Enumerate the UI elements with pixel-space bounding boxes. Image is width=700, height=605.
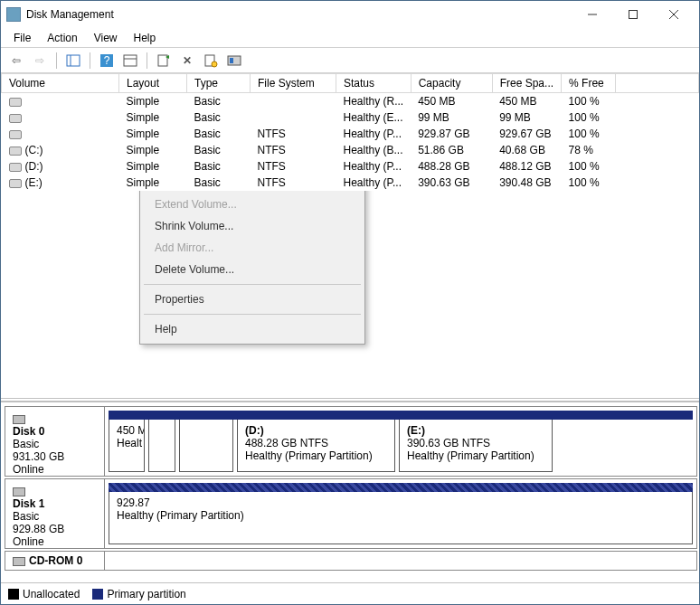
context-menu-item[interactable]: Shrink Volume... xyxy=(142,215,363,237)
context-menu-item[interactable]: Delete Volume... xyxy=(142,259,363,280)
volume-icon xyxy=(9,114,22,123)
delete-icon[interactable]: ✕ xyxy=(177,51,197,71)
maximize-button[interactable] xyxy=(612,2,653,27)
disk-status: Online xyxy=(13,463,44,476)
forward-button[interactable]: ⇨ xyxy=(30,51,50,71)
show-hide-tree-button[interactable] xyxy=(63,51,83,71)
partition-size: 450 M xyxy=(117,424,145,437)
disk-status: Online xyxy=(13,535,44,548)
legend: Unallocated Primary partition xyxy=(1,582,699,604)
col-free[interactable]: Free Spa... xyxy=(492,74,561,93)
volume-row[interactable]: (D:) SimpleBasicNTFS Healthy (P...488.28… xyxy=(2,158,699,175)
minimize-button[interactable] xyxy=(572,2,612,27)
legend-primary: Primary partition xyxy=(92,588,185,600)
action-icon[interactable] xyxy=(224,51,244,71)
partition[interactable]: 929.87 Healthy (Primary Partition) xyxy=(109,483,693,544)
disk-row: Disk 0 Basic 931.30 GB Online 450 M Heal… xyxy=(5,406,697,477)
window-title: Disk Management xyxy=(26,8,572,21)
graphical-view: Disk 0 Basic 931.30 GB Online 450 M Heal… xyxy=(1,402,699,582)
disk-row: Disk 1 Basic 929.88 GB Online 929.87 Hea… xyxy=(5,478,697,549)
cdrom-icon xyxy=(13,557,25,566)
help-icon[interactable]: ? xyxy=(97,51,117,71)
disk-icon xyxy=(13,487,25,496)
close-button[interactable] xyxy=(653,2,694,27)
svg-rect-8 xyxy=(124,55,137,66)
svg-point-12 xyxy=(212,61,217,67)
volume-icon xyxy=(9,130,22,139)
disk-icon xyxy=(13,415,25,424)
svg-text:?: ? xyxy=(104,54,110,67)
partition-status: Healt xyxy=(117,437,142,449)
partition-status: Healthy (Primary Partition) xyxy=(117,509,244,522)
disk-name: Disk 1 xyxy=(13,497,97,510)
partition[interactable] xyxy=(179,411,233,472)
volume-row[interactable]: SimpleBasicNTFS Healthy (P...929.87 GB92… xyxy=(2,126,699,142)
partition[interactable]: (E:) 390.63 GB NTFS Healthy (Primary Par… xyxy=(399,411,553,472)
col-pctfree[interactable]: % Free xyxy=(562,74,616,93)
partition-size: 929.87 xyxy=(117,496,150,509)
back-button[interactable]: ⇦ xyxy=(6,51,26,71)
col-layout[interactable]: Layout xyxy=(119,74,187,93)
volume-row[interactable]: SimpleBasic Healthy (E...99 MB99 MB100 % xyxy=(2,109,699,126)
volume-row[interactable]: SimpleBasic Healthy (R...450 MB450 MB100… xyxy=(2,93,699,110)
menu-view[interactable]: View xyxy=(87,30,125,46)
context-menu: OpenExploreMark Partition as ActiveChang… xyxy=(139,191,365,345)
menu-file[interactable]: File xyxy=(6,30,38,46)
col-volume[interactable]: Volume xyxy=(2,74,119,93)
volume-row[interactable]: (E:) SimpleBasicNTFS Healthy (P...390.63… xyxy=(2,175,699,191)
volume-icon xyxy=(9,179,22,188)
disk-type: Basic xyxy=(13,438,39,450)
toolbar: ⇦ ⇨ ? ✕ xyxy=(1,48,699,73)
disk-size: 931.30 GB xyxy=(13,450,64,463)
refresh-icon[interactable] xyxy=(154,51,174,71)
partition-strip: 929.87 Healthy (Primary Partition) xyxy=(105,479,696,548)
partition-title: (E:) xyxy=(407,424,544,437)
volume-row[interactable]: (C:) SimpleBasicNTFS Healthy (B...51.86 … xyxy=(2,142,699,158)
app-icon xyxy=(6,7,21,22)
disk-name: Disk 0 xyxy=(13,425,97,438)
volume-name: (E:) xyxy=(25,176,43,189)
disk-size: 929.88 GB xyxy=(13,523,64,535)
column-headers[interactable]: Volume Layout Type File System Status Ca… xyxy=(2,74,699,93)
partition-size: 390.63 GB NTFS xyxy=(407,437,490,449)
col-filesystem[interactable]: File System xyxy=(251,74,336,93)
partition-size: 488.28 GB NTFS xyxy=(245,437,328,449)
partition-title: (D:) xyxy=(245,424,387,437)
partition-status: Healthy (Primary Partition) xyxy=(407,449,534,462)
settings-icon[interactable] xyxy=(120,51,140,71)
svg-rect-4 xyxy=(67,55,80,66)
menubar: File Action View Help xyxy=(1,28,699,48)
col-type[interactable]: Type xyxy=(187,74,251,93)
svg-rect-1 xyxy=(629,11,637,19)
col-capacity[interactable]: Capacity xyxy=(411,74,492,93)
list-whitespace: OpenExploreMark Partition as ActiveChang… xyxy=(1,191,699,398)
legend-unallocated: Unallocated xyxy=(8,588,80,600)
volume-icon xyxy=(9,163,22,172)
menu-action[interactable]: Action xyxy=(40,30,84,46)
context-menu-item: Extend Volume... xyxy=(142,194,363,215)
disk-management-window: Disk Management File Action View Help ⇦ … xyxy=(0,0,700,605)
volume-icon xyxy=(9,98,22,107)
volume-name: (C:) xyxy=(25,144,43,156)
col-status[interactable]: Status xyxy=(336,74,411,93)
volume-name: (D:) xyxy=(25,160,43,173)
partition[interactable] xyxy=(148,411,175,472)
partition-status: Healthy (Primary Partition) xyxy=(245,449,373,462)
partition[interactable]: 450 M Healt xyxy=(109,411,145,472)
context-menu-item: Add Mirror... xyxy=(142,237,363,259)
menu-help[interactable]: Help xyxy=(127,30,164,46)
context-menu-item[interactable]: Help xyxy=(142,318,363,340)
properties-icon[interactable] xyxy=(201,51,221,71)
svg-rect-14 xyxy=(230,58,233,63)
disk-type: Basic xyxy=(13,510,39,523)
cdrom-label: CD-ROM 0 xyxy=(29,554,82,567)
partition[interactable]: (D:) 488.28 GB NTFS Healthy (Primary Par… xyxy=(237,411,395,472)
volume-icon xyxy=(9,147,22,156)
titlebar[interactable]: Disk Management xyxy=(1,1,699,28)
context-menu-item[interactable]: Properties xyxy=(142,288,363,310)
volume-list: Volume Layout Type File System Status Ca… xyxy=(1,73,699,191)
partition-strip: 450 M Healt (D:) 488.28 GB NTFS Healthy … xyxy=(105,407,696,476)
